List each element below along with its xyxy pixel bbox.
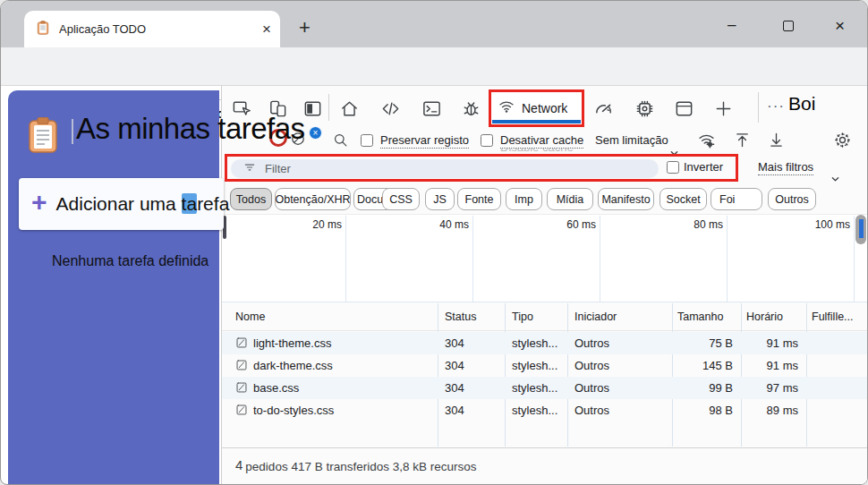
close-window-button[interactable]: ×	[835, 16, 845, 36]
column-header-initiator[interactable]: Iniciador	[574, 311, 617, 323]
tab-close-icon[interactable]: ×	[262, 21, 271, 37]
preserve-log-label[interactable]: Preservar registo	[380, 133, 469, 149]
scrollbar-thumb[interactable]	[859, 219, 864, 238]
dock-side-icon[interactable]	[302, 98, 323, 123]
cell-initiator[interactable]: Outros	[574, 404, 609, 417]
cell-time: 91 ms	[743, 359, 798, 372]
timeline-tick: 80 ms	[669, 218, 723, 231]
overlay-text: Boi	[788, 93, 815, 115]
cell-status: 304	[445, 359, 464, 372]
browser-tab[interactable]: Aplicação TODO ×	[24, 11, 280, 47]
cell-name[interactable]: base.css	[253, 381, 299, 395]
column-header-type[interactable]: Tipo	[512, 311, 533, 323]
plus-icon: +	[31, 187, 47, 217]
network-tab-label: Network	[522, 101, 567, 115]
timeline-gridline	[600, 216, 600, 302]
chip-ws[interactable]: Foi	[711, 188, 762, 210]
timeline-scrollbar[interactable]	[855, 215, 866, 244]
translate-x-badge[interactable]: ×	[309, 126, 322, 140]
chevron-down-icon	[831, 170, 839, 186]
network-conditions-icon[interactable]	[697, 131, 716, 153]
chip-js[interactable]: JS	[425, 188, 455, 210]
add-panel-plus-icon[interactable]	[713, 98, 734, 123]
performance-tab-icon[interactable]	[593, 98, 614, 123]
cell-name[interactable]: dark-theme.css	[253, 359, 333, 372]
cell-time: 91 ms	[743, 336, 798, 350]
timeline-tick: 100 ms	[796, 218, 850, 231]
chip-socket[interactable]: Socket	[660, 188, 707, 210]
console-tab-icon[interactable]	[421, 98, 442, 123]
empty-tasks-message: Nenhuma tarefa definida	[52, 253, 208, 269]
column-header-name[interactable]: Nome	[235, 311, 265, 323]
more-tabs-icon[interactable]: ···	[767, 98, 785, 115]
tab-strip: Aplicação TODO × + – ×	[1, 1, 868, 47]
network-settings-gear-icon[interactable]	[833, 131, 852, 153]
stylesheet-file-icon	[235, 336, 248, 353]
cell-initiator[interactable]: Outros	[574, 359, 609, 372]
chip-fetch-xhr[interactable]: Obtenção/XHR	[275, 188, 351, 210]
invert-filter-label[interactable]: Inverter	[684, 160, 723, 174]
filter-field[interactable]	[231, 159, 659, 178]
application-tab-icon[interactable]	[674, 98, 694, 123]
column-header-size[interactable]: Tamanho	[677, 311, 723, 323]
maximize-button[interactable]	[783, 21, 794, 31]
timeline-gridline	[854, 216, 855, 302]
invert-filter-checkbox[interactable]	[667, 161, 679, 174]
cell-size: 99 B	[674, 381, 733, 395]
chip-font[interactable]: Fonte	[457, 188, 501, 210]
new-tab-button[interactable]: +	[299, 16, 311, 39]
filter-icon	[243, 161, 256, 177]
cell-status: 304	[445, 381, 464, 395]
cell-status: 304	[445, 336, 464, 350]
chevron-down-icon	[670, 144, 678, 160]
cell-name[interactable]: to-do-styles.css	[253, 404, 334, 417]
cell-time: 89 ms	[743, 404, 798, 417]
preserve-log-checkbox[interactable]	[361, 134, 373, 147]
table-row[interactable]: to-do-styles.css 304 stylesh... Outros 9…	[222, 399, 868, 421]
issues-bug-icon[interactable]	[461, 98, 481, 123]
table-row[interactable]: base.css 304 stylesh... Outros 99 B 97 m…	[222, 377, 868, 399]
cell-size: 98 B	[674, 404, 733, 417]
search-icon[interactable]	[332, 132, 349, 152]
sources-tab-icon[interactable]	[380, 98, 401, 123]
chip-manifest[interactable]: Manifesto	[598, 188, 654, 210]
cell-time: 97 ms	[743, 381, 798, 395]
cell-type: stylesh...	[512, 336, 557, 350]
memory-chip-icon[interactable]	[634, 98, 655, 123]
chip-css[interactable]: CSS	[382, 188, 420, 210]
minimize-button[interactable]: –	[728, 16, 736, 34]
chip-media[interactable]: Mídia	[547, 188, 593, 210]
cell-initiator[interactable]: Outros	[574, 336, 609, 350]
throttling-select[interactable]: Sem limitação	[595, 133, 668, 147]
more-filters-label[interactable]: Mais filtros	[758, 160, 813, 175]
disable-cache-checkbox[interactable]	[481, 134, 493, 147]
timeline-tick: 60 ms	[542, 218, 596, 231]
stylesheet-file-icon	[235, 404, 248, 420]
import-har-icon[interactable]	[733, 131, 752, 153]
add-task-label: Adicionar uma tarefa	[56, 193, 230, 215]
timeline-gridline	[472, 216, 473, 302]
chip-all[interactable]: Todos	[230, 188, 272, 210]
stylesheet-file-icon	[235, 359, 248, 375]
chip-other[interactable]: Outros	[768, 188, 816, 210]
column-header-status[interactable]: Status	[445, 311, 476, 323]
favicon-clipboard-icon	[36, 21, 50, 38]
cell-name[interactable]: light-theme.css	[253, 336, 331, 350]
home-tab-icon[interactable]	[339, 98, 360, 123]
table-row[interactable]: light-theme.css 304 stylesh... Outros 75…	[222, 332, 868, 354]
request-summary: 4pedidos 417 B transferidos 3,8 kB recur…	[235, 458, 477, 473]
cell-type: stylesh...	[512, 381, 557, 395]
tab-network[interactable]: Network	[489, 89, 584, 127]
add-task-button[interactable]: + Adicionar uma tarefa	[19, 178, 224, 230]
chip-img[interactable]: Imp	[506, 188, 542, 210]
browser-window: Aplicação TODO × + – × ← https://microso…	[0, 0, 868, 485]
cell-initiator[interactable]: Outros	[574, 381, 609, 395]
disable-cache-label[interactable]: Desativar cache	[500, 133, 583, 149]
export-har-icon[interactable]	[767, 131, 786, 153]
filter-input[interactable]	[265, 162, 533, 175]
timeline-gridline	[345, 216, 346, 302]
table-row[interactable]: dark-theme.css 304 stylesh... Outros 145…	[222, 354, 868, 377]
timeline-gridline	[727, 216, 728, 302]
column-header-time[interactable]: Horário	[746, 311, 783, 323]
column-header-fulfilled[interactable]: Fulfille...	[812, 311, 854, 323]
